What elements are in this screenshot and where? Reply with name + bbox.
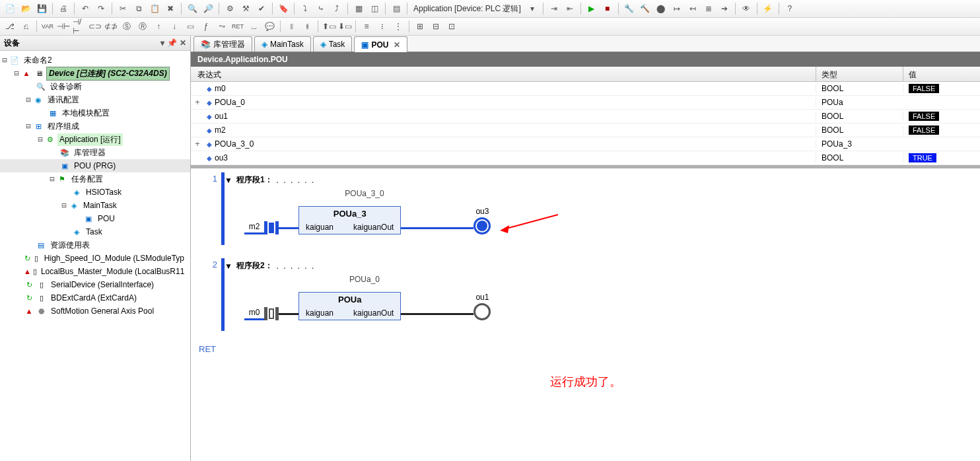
bp-prev-icon[interactable]: ↤ (685, 1, 700, 16)
tree-task[interactable]: Task (84, 227, 104, 237)
watch-icon[interactable]: 👁 (739, 1, 753, 16)
tab-maintask[interactable]: ◈MainTask (254, 36, 311, 52)
collapse-icon[interactable]: ▼ (225, 176, 232, 185)
new-icon[interactable]: 📄 (3, 1, 17, 16)
ld-net-above-icon[interactable]: ⬆▭ (322, 19, 336, 34)
tree-root[interactable]: 未命名2 (22, 54, 54, 67)
grid-icon[interactable]: ▤ (389, 1, 403, 16)
redo-icon[interactable]: ↷ (94, 1, 108, 16)
build-icon[interactable]: ⚙ (223, 1, 237, 16)
bp-next-icon[interactable]: ↦ (670, 1, 684, 16)
var-row[interactable]: ◆ou3BOOLTRUE (191, 151, 980, 165)
align-r-icon[interactable]: ⋮ (391, 19, 405, 34)
tree-softmotion[interactable]: SoftMotion General Axis Pool (49, 306, 156, 316)
login-icon[interactable]: ⇥ (547, 1, 561, 16)
ld-par-b-icon[interactable]: ⫵ (300, 19, 314, 34)
coil-ou3[interactable] (473, 217, 491, 234)
bookmark-icon[interactable]: 🔖 (276, 1, 291, 16)
tree-device[interactable]: Device [已连接] (SC2-C32A4DS) (46, 67, 170, 81)
find-icon[interactable]: 🔍 (185, 1, 199, 16)
toggle-c-icon[interactable]: ⊡ (444, 19, 459, 34)
run-icon[interactable]: ▶ (584, 1, 599, 16)
tree-comm[interactable]: 通讯配置 (46, 94, 81, 106)
ld-fall-icon[interactable]: ↓ (167, 19, 182, 34)
var-row[interactable]: +◆POUa_0POUa (191, 96, 980, 110)
stop-icon[interactable]: ■ (600, 1, 615, 16)
ld-jump-icon[interactable]: ⤳ (215, 19, 229, 34)
ld-func-icon[interactable]: ƒ (199, 19, 213, 34)
paste-icon[interactable]: 📋 (147, 1, 162, 16)
align-l-icon[interactable]: ≡ (359, 19, 374, 34)
tree-app[interactable]: Application [运行] (57, 133, 123, 146)
ld-set-icon[interactable]: Ⓢ (120, 19, 134, 34)
ld-par-a-icon[interactable]: ⫴ (284, 19, 298, 34)
rebuild-icon[interactable]: ⚒ (238, 1, 253, 16)
ld-box-icon[interactable]: ▭ (183, 19, 197, 34)
device-tree[interactable]: ⊟📄未命名2 ⊟▲🖥Device [已连接] (SC2-C32A4DS) 🔍设备… (0, 51, 190, 461)
ld-coil-icon[interactable]: ⊂⊃ (88, 19, 102, 34)
fb-poua[interactable]: POUa kaiguankaiguanOut (298, 292, 401, 320)
logout-icon[interactable]: ⇤ (563, 1, 577, 16)
tree-lib[interactable]: 库管理器 (72, 147, 108, 159)
ld-rise-icon[interactable]: ↑ (151, 19, 166, 34)
pane-close-icon[interactable]: ✕ (180, 38, 186, 48)
ladder-editor[interactable]: 1 ▼ 程序段1： . . . . . . POUa_3_0 m2 (191, 168, 980, 461)
rung-2[interactable]: 2 ▼ 程序段2： . . . . . . POUa_0 m0 (191, 258, 980, 331)
print-icon[interactable]: 🖨 (56, 1, 71, 16)
tree-resources[interactable]: 资源使用表 (48, 239, 92, 252)
ld-net-below-icon[interactable]: ⬇▭ (337, 19, 352, 34)
close-icon[interactable]: ✕ (394, 40, 400, 50)
tree-localmod[interactable]: 本地模块配置 (60, 107, 112, 120)
tree-diag[interactable]: 设备诊断 (48, 81, 84, 93)
fb-poua3[interactable]: POUa_3 kaiguankaiguanOut (298, 206, 401, 234)
var-row[interactable]: ◆ou1BOOLFALSE (191, 110, 980, 124)
ld-comment-icon[interactable]: 💬 (262, 19, 277, 34)
tree-taskpou[interactable]: POU (96, 213, 117, 224)
ld-merge-icon[interactable]: ⎌ (18, 19, 33, 34)
toggle-a-icon[interactable]: ⊞ (413, 19, 427, 34)
var-row[interactable]: ◆m0BOOLFALSE (191, 82, 980, 96)
ld-contact-icon[interactable]: ⊣⊢ (56, 19, 71, 34)
tree-maintask[interactable]: MainTask (81, 200, 119, 211)
cut-icon[interactable]: ✂ (116, 1, 130, 16)
contact-m0[interactable] (264, 307, 279, 320)
bp-list-icon[interactable]: ≣ (701, 1, 716, 16)
step-over-icon[interactable]: ⤵ (298, 1, 312, 16)
tree-bdext[interactable]: BDExtCardA (ExtCardA) (49, 293, 139, 303)
step-out-icon[interactable]: ⤴ (330, 1, 344, 16)
open-icon[interactable]: 📂 (18, 1, 33, 16)
help-icon[interactable]: ? (783, 1, 797, 16)
ld-branch-icon[interactable]: ⎇ (3, 19, 17, 34)
tool2-icon[interactable]: 🔨 (638, 1, 652, 16)
copy-icon[interactable]: ⧉ (131, 1, 146, 16)
collapse-icon[interactable]: ▼ (225, 262, 232, 271)
step-into-icon[interactable]: ⤷ (314, 1, 328, 16)
align-c-icon[interactable]: ⫶ (375, 19, 390, 34)
contact-m2[interactable] (264, 221, 279, 234)
col-expr[interactable]: 表达式 (191, 67, 816, 81)
pane-menu-icon[interactable]: ▾ (160, 38, 164, 48)
tree-taskcfg[interactable]: 任务配置 (69, 173, 105, 186)
var-row[interactable]: +◆POUa_3_0POUa_3 (191, 137, 980, 151)
ld-return-icon[interactable]: RET (230, 19, 245, 34)
breakpoint-icon[interactable]: ⬤ (654, 1, 668, 16)
col-type[interactable]: 类型 (816, 67, 903, 81)
check-icon[interactable]: ✔ (254, 1, 269, 16)
pane-pin-icon[interactable]: 📌 (167, 38, 177, 48)
ld-ncoil-icon[interactable]: ⊄⊅ (104, 19, 118, 34)
var-row[interactable]: ◆m2BOOLFALSE (191, 124, 980, 137)
tab-task[interactable]: ◈Task (313, 36, 353, 52)
save-icon[interactable]: 💾 (34, 1, 49, 16)
ld-ncontact-icon[interactable]: ⊣/⊢ (72, 19, 87, 34)
app-context[interactable]: Application [Device: PLC 逻辑] (411, 3, 524, 15)
dropdown-icon[interactable]: ▾ (525, 1, 540, 16)
tree-hsio-mod[interactable]: High_Speed_IO_Module (LSModuleTyp (42, 253, 186, 264)
undo-icon[interactable]: ↶ (78, 1, 92, 16)
ld-label-icon[interactable]: ⎵ (246, 19, 261, 34)
tree-localbus[interactable]: LocalBus_Master_Module (LocalBusR11 (39, 266, 186, 277)
tree-pou[interactable]: POU (PRG) (72, 160, 118, 171)
window-icon[interactable]: ▦ (351, 1, 366, 16)
tab-pou[interactable]: ▣POU✕ (354, 36, 407, 52)
tree-serial[interactable]: SerialDevice (SerialInterface) (49, 279, 156, 290)
ld-reset-icon[interactable]: Ⓡ (135, 19, 150, 34)
